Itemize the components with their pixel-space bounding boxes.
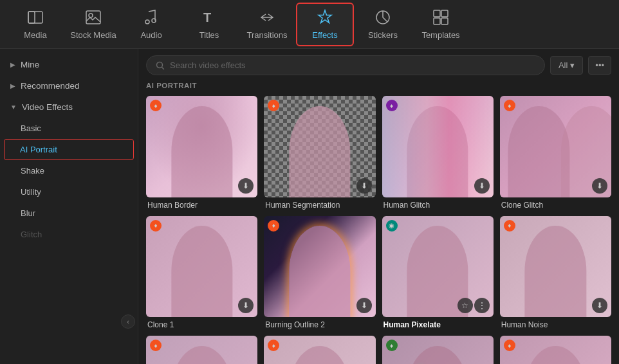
sidebar-item-ai-portrait[interactable]: AI Portrait (4, 139, 134, 160)
effect-card-lightning-flash-2[interactable]: ♦ ⬇ Lightning Flash 2 (500, 336, 611, 364)
nav-item-effects[interactable]: Effects (296, 3, 354, 46)
sidebar-item-blur[interactable]: Blur (0, 203, 138, 224)
media-icon (26, 8, 44, 26)
nav-item-audio[interactable]: Audio (122, 3, 180, 46)
filter-dropdown[interactable]: All ▾ (550, 56, 583, 75)
search-row: All ▾ ••• (146, 55, 611, 75)
effect-card-burning-outline-2[interactable]: ♦ ⬇ Burning Outline 2 (264, 216, 375, 330)
effect-card-lightning-flash-1[interactable]: ♦ ⬇ Lightning Flash 1 (382, 336, 494, 364)
effect-card-human-border[interactable]: ♦ ⬇ Human Border (146, 96, 257, 210)
transitions-icon (258, 8, 276, 26)
svg-rect-0 (28, 12, 42, 23)
svg-rect-8 (441, 10, 448, 17)
label-burning: Burning Outline 2 (264, 320, 375, 329)
download-clone-glitch[interactable]: ⬇ (592, 178, 607, 194)
filter-arrow-icon: ▾ (570, 60, 575, 70)
effects-grid: ♦ ⬇ Human Border ♦ ⬇ Human Segmentation (146, 96, 611, 364)
effect-thumb-human-border: ♦ ⬇ (146, 96, 257, 197)
label-clone1: Clone 1 (146, 320, 257, 329)
download-noise[interactable]: ⬇ (592, 298, 607, 313)
sidebar-label-shake: Shake (21, 166, 44, 176)
badge-lightning2: ♦ (504, 340, 515, 351)
audio-icon (142, 8, 160, 26)
effect-card-neon-ring-2[interactable]: ♦ ⬇ Neon Ring 2 (264, 336, 375, 364)
nav-label-titles: Titles (199, 30, 219, 40)
sidebar-item-video-effects[interactable]: ▼ Video Effects (0, 96, 138, 118)
nav-label-stickers: Stickers (368, 30, 398, 40)
effect-thumb-lightning1: ♦ ⬇ (382, 336, 494, 364)
effect-thumb-neon-ring: ♦ ⬇ (264, 336, 375, 364)
download-human-seg[interactable]: ⬇ (356, 178, 372, 194)
nav-label-stock-media: Stock Media (70, 30, 116, 40)
effect-card-human-noise[interactable]: ♦ ⬇ Human Noise (500, 216, 611, 330)
badge-neon-flow: ♦ (150, 340, 162, 351)
label-human-border: Human Border (146, 201, 257, 210)
nav-label-effects: Effects (312, 30, 338, 40)
sidebar-collapse-button[interactable]: ‹ (121, 314, 135, 329)
sidebar-label-blur: Blur (21, 208, 35, 218)
badge-clone-glitch: ♦ (504, 100, 515, 111)
effect-card-clone-glitch[interactable]: ♦ ⬇ Clone Glitch (500, 96, 611, 210)
effect-thumb-human-glitch: ♦ ⬇ (382, 96, 494, 197)
nav-label-media: Media (24, 30, 46, 40)
stock-media-icon (84, 8, 102, 26)
mine-arrow-icon: ▶ (10, 61, 15, 68)
effect-card-human-segmentation[interactable]: ♦ ⬇ Human Segmentation (264, 96, 375, 210)
nav-label-templates: Templates (421, 30, 459, 40)
search-bar[interactable] (146, 55, 545, 75)
svg-point-11 (157, 62, 163, 68)
badge-pixelate: ◉ (386, 220, 398, 232)
nav-item-transitions[interactable]: Transitions (238, 3, 296, 46)
svg-rect-1 (28, 12, 35, 23)
badge-human-glitch: ♦ (386, 100, 398, 111)
effect-card-human-glitch[interactable]: ♦ ⬇ Human Glitch (382, 96, 494, 210)
sidebar-item-recommended[interactable]: ▶ Recommended (0, 75, 138, 96)
nav-item-stickers[interactable]: Stickers (354, 3, 412, 46)
download-human-glitch[interactable]: ⬇ (474, 178, 490, 194)
sidebar-item-mine[interactable]: ▶ Mine (0, 54, 138, 75)
download-human-border[interactable]: ⬇ (238, 178, 254, 194)
download-clone1[interactable]: ⬇ (238, 298, 254, 313)
sidebar-label-glitch: Glitch (21, 230, 42, 239)
nav-item-titles[interactable]: T Titles (180, 3, 238, 46)
label-human-seg: Human Segmentation (264, 201, 375, 210)
svg-rect-10 (441, 18, 448, 24)
svg-text:T: T (203, 10, 211, 24)
svg-point-3 (89, 14, 93, 17)
nav-label-transitions: Transitions (246, 30, 287, 40)
svg-point-4 (145, 20, 149, 24)
dots-human-pixelate[interactable]: ⋮ (474, 298, 490, 313)
sidebar-item-basic[interactable]: Basic (0, 118, 138, 139)
svg-rect-2 (86, 11, 100, 24)
sidebar-label-recommended: Recommended (21, 81, 80, 91)
badge-neon-ring: ♦ (268, 340, 279, 351)
sidebar-item-shake[interactable]: Shake (0, 160, 138, 181)
nav-item-stock-media[interactable]: Stock Media (64, 3, 122, 46)
filter-label: All (559, 60, 568, 70)
effect-thumb-lightning2: ♦ ⬇ (500, 336, 611, 364)
label-clone-glitch: Clone Glitch (500, 201, 611, 210)
badge-human-seg: ♦ (268, 100, 279, 111)
effect-card-clone-1[interactable]: ♦ ⬇ Clone 1 (146, 216, 257, 330)
sidebar-item-utility[interactable]: Utility (0, 181, 138, 203)
download-burning[interactable]: ⬇ (356, 298, 372, 313)
nav-label-audio: Audio (140, 30, 162, 40)
sidebar-item-glitch[interactable]: Glitch (0, 224, 138, 245)
content-area: All ▾ ••• AI PORTRAIT ♦ ⬇ Human Border (138, 49, 619, 364)
sidebar-label-basic: Basic (21, 123, 41, 133)
effect-card-human-pixelate[interactable]: ◉ ⋮ ☆ Human Pixelate (382, 216, 494, 330)
badge-human-border: ♦ (150, 100, 162, 111)
svg-rect-9 (434, 18, 440, 24)
titles-icon: T (200, 8, 218, 26)
label-human-glitch: Human Glitch (382, 201, 494, 210)
more-options-button[interactable]: ••• (588, 56, 611, 75)
sidebar-label-video-effects: Video Effects (22, 102, 73, 112)
star-human-pixelate[interactable]: ☆ (457, 298, 473, 313)
nav-item-templates[interactable]: Templates (412, 3, 470, 46)
search-input[interactable] (170, 60, 535, 70)
effect-thumb-neon-flow: ♦ ⬇ (146, 336, 257, 364)
effect-card-neon-flow-4[interactable]: ♦ ⬇ Neon Flow 4 (146, 336, 257, 364)
effects-icon (316, 8, 334, 26)
nav-item-media[interactable]: Media (6, 3, 64, 46)
top-navigation: Media Stock Media Audio T Titles Transit… (0, 0, 619, 49)
